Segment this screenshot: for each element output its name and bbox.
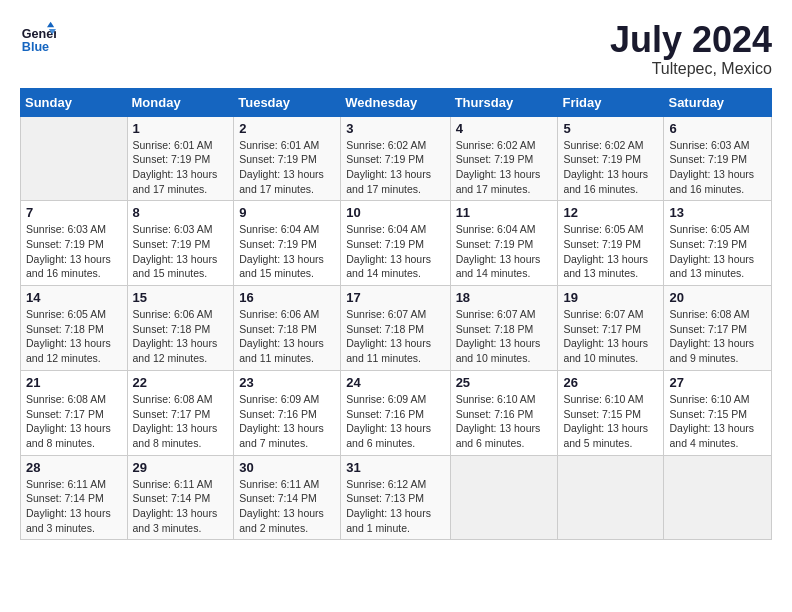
day-info: Sunrise: 6:02 AMSunset: 7:19 PMDaylight:… (563, 138, 658, 197)
day-cell: 4Sunrise: 6:02 AMSunset: 7:19 PMDaylight… (450, 116, 558, 201)
day-info: Sunrise: 6:02 AMSunset: 7:19 PMDaylight:… (456, 138, 553, 197)
day-cell: 15Sunrise: 6:06 AMSunset: 7:18 PMDayligh… (127, 286, 234, 371)
day-cell (21, 116, 128, 201)
day-cell: 22Sunrise: 6:08 AMSunset: 7:17 PMDayligh… (127, 370, 234, 455)
day-number: 20 (669, 290, 766, 305)
day-number: 9 (239, 205, 335, 220)
day-number: 5 (563, 121, 658, 136)
day-cell: 6Sunrise: 6:03 AMSunset: 7:19 PMDaylight… (664, 116, 772, 201)
day-number: 2 (239, 121, 335, 136)
day-info: Sunrise: 6:09 AMSunset: 7:16 PMDaylight:… (346, 392, 444, 451)
day-cell: 10Sunrise: 6:04 AMSunset: 7:19 PMDayligh… (341, 201, 450, 286)
month-year: July 2024 (610, 20, 772, 60)
day-cell: 29Sunrise: 6:11 AMSunset: 7:14 PMDayligh… (127, 455, 234, 540)
day-number: 1 (133, 121, 229, 136)
day-info: Sunrise: 6:09 AMSunset: 7:16 PMDaylight:… (239, 392, 335, 451)
day-cell: 27Sunrise: 6:10 AMSunset: 7:15 PMDayligh… (664, 370, 772, 455)
day-info: Sunrise: 6:06 AMSunset: 7:18 PMDaylight:… (133, 307, 229, 366)
svg-marker-2 (47, 22, 54, 27)
day-info: Sunrise: 6:03 AMSunset: 7:19 PMDaylight:… (26, 222, 122, 281)
col-header-friday: Friday (558, 88, 664, 116)
day-cell: 3Sunrise: 6:02 AMSunset: 7:19 PMDaylight… (341, 116, 450, 201)
week-row-4: 21Sunrise: 6:08 AMSunset: 7:17 PMDayligh… (21, 370, 772, 455)
day-number: 24 (346, 375, 444, 390)
day-cell: 20Sunrise: 6:08 AMSunset: 7:17 PMDayligh… (664, 286, 772, 371)
day-number: 25 (456, 375, 553, 390)
day-info: Sunrise: 6:01 AMSunset: 7:19 PMDaylight:… (133, 138, 229, 197)
day-info: Sunrise: 6:11 AMSunset: 7:14 PMDaylight:… (26, 477, 122, 536)
week-row-3: 14Sunrise: 6:05 AMSunset: 7:18 PMDayligh… (21, 286, 772, 371)
calendar-table: SundayMondayTuesdayWednesdayThursdayFrid… (20, 88, 772, 541)
day-number: 22 (133, 375, 229, 390)
day-info: Sunrise: 6:08 AMSunset: 7:17 PMDaylight:… (26, 392, 122, 451)
logo: General Blue (20, 20, 56, 56)
day-number: 27 (669, 375, 766, 390)
col-header-monday: Monday (127, 88, 234, 116)
day-number: 16 (239, 290, 335, 305)
svg-text:Blue: Blue (22, 40, 49, 54)
col-header-saturday: Saturday (664, 88, 772, 116)
day-cell (558, 455, 664, 540)
day-number: 26 (563, 375, 658, 390)
day-cell: 13Sunrise: 6:05 AMSunset: 7:19 PMDayligh… (664, 201, 772, 286)
day-info: Sunrise: 6:11 AMSunset: 7:14 PMDaylight:… (133, 477, 229, 536)
day-cell: 11Sunrise: 6:04 AMSunset: 7:19 PMDayligh… (450, 201, 558, 286)
col-header-sunday: Sunday (21, 88, 128, 116)
day-number: 6 (669, 121, 766, 136)
day-number: 18 (456, 290, 553, 305)
day-number: 14 (26, 290, 122, 305)
day-cell: 31Sunrise: 6:12 AMSunset: 7:13 PMDayligh… (341, 455, 450, 540)
day-cell: 18Sunrise: 6:07 AMSunset: 7:18 PMDayligh… (450, 286, 558, 371)
week-row-1: 1Sunrise: 6:01 AMSunset: 7:19 PMDaylight… (21, 116, 772, 201)
day-cell: 19Sunrise: 6:07 AMSunset: 7:17 PMDayligh… (558, 286, 664, 371)
day-cell: 30Sunrise: 6:11 AMSunset: 7:14 PMDayligh… (234, 455, 341, 540)
day-number: 8 (133, 205, 229, 220)
day-number: 31 (346, 460, 444, 475)
day-number: 17 (346, 290, 444, 305)
day-info: Sunrise: 6:10 AMSunset: 7:15 PMDaylight:… (669, 392, 766, 451)
day-cell: 23Sunrise: 6:09 AMSunset: 7:16 PMDayligh… (234, 370, 341, 455)
day-info: Sunrise: 6:05 AMSunset: 7:19 PMDaylight:… (563, 222, 658, 281)
day-number: 28 (26, 460, 122, 475)
day-info: Sunrise: 6:08 AMSunset: 7:17 PMDaylight:… (133, 392, 229, 451)
day-cell: 17Sunrise: 6:07 AMSunset: 7:18 PMDayligh… (341, 286, 450, 371)
day-cell (450, 455, 558, 540)
day-info: Sunrise: 6:10 AMSunset: 7:16 PMDaylight:… (456, 392, 553, 451)
day-cell: 7Sunrise: 6:03 AMSunset: 7:19 PMDaylight… (21, 201, 128, 286)
day-info: Sunrise: 6:05 AMSunset: 7:19 PMDaylight:… (669, 222, 766, 281)
col-header-tuesday: Tuesday (234, 88, 341, 116)
week-row-2: 7Sunrise: 6:03 AMSunset: 7:19 PMDaylight… (21, 201, 772, 286)
day-info: Sunrise: 6:07 AMSunset: 7:17 PMDaylight:… (563, 307, 658, 366)
day-number: 12 (563, 205, 658, 220)
day-number: 15 (133, 290, 229, 305)
day-cell (664, 455, 772, 540)
day-info: Sunrise: 6:04 AMSunset: 7:19 PMDaylight:… (346, 222, 444, 281)
col-header-thursday: Thursday (450, 88, 558, 116)
day-cell: 12Sunrise: 6:05 AMSunset: 7:19 PMDayligh… (558, 201, 664, 286)
day-number: 3 (346, 121, 444, 136)
day-info: Sunrise: 6:06 AMSunset: 7:18 PMDaylight:… (239, 307, 335, 366)
day-info: Sunrise: 6:08 AMSunset: 7:17 PMDaylight:… (669, 307, 766, 366)
day-info: Sunrise: 6:04 AMSunset: 7:19 PMDaylight:… (456, 222, 553, 281)
day-cell: 21Sunrise: 6:08 AMSunset: 7:17 PMDayligh… (21, 370, 128, 455)
day-number: 10 (346, 205, 444, 220)
day-cell: 26Sunrise: 6:10 AMSunset: 7:15 PMDayligh… (558, 370, 664, 455)
day-number: 4 (456, 121, 553, 136)
day-number: 13 (669, 205, 766, 220)
day-number: 11 (456, 205, 553, 220)
day-info: Sunrise: 6:12 AMSunset: 7:13 PMDaylight:… (346, 477, 444, 536)
day-number: 7 (26, 205, 122, 220)
day-cell: 8Sunrise: 6:03 AMSunset: 7:19 PMDaylight… (127, 201, 234, 286)
day-info: Sunrise: 6:01 AMSunset: 7:19 PMDaylight:… (239, 138, 335, 197)
day-number: 21 (26, 375, 122, 390)
location: Tultepec, Mexico (610, 60, 772, 78)
day-info: Sunrise: 6:03 AMSunset: 7:19 PMDaylight:… (669, 138, 766, 197)
day-info: Sunrise: 6:03 AMSunset: 7:19 PMDaylight:… (133, 222, 229, 281)
day-cell: 9Sunrise: 6:04 AMSunset: 7:19 PMDaylight… (234, 201, 341, 286)
day-cell: 24Sunrise: 6:09 AMSunset: 7:16 PMDayligh… (341, 370, 450, 455)
day-number: 23 (239, 375, 335, 390)
day-cell: 25Sunrise: 6:10 AMSunset: 7:16 PMDayligh… (450, 370, 558, 455)
day-cell: 5Sunrise: 6:02 AMSunset: 7:19 PMDaylight… (558, 116, 664, 201)
day-info: Sunrise: 6:07 AMSunset: 7:18 PMDaylight:… (456, 307, 553, 366)
col-header-wednesday: Wednesday (341, 88, 450, 116)
